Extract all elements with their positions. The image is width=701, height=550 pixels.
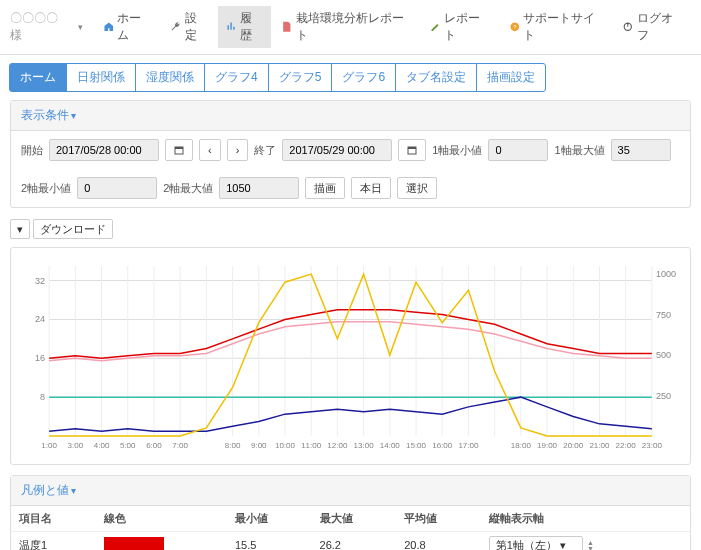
svg-text:5:00: 5:00	[120, 441, 136, 450]
document-icon	[281, 21, 293, 33]
download-row: ▾ ダウンロード	[0, 216, 701, 243]
legend-panel: 凡例と値 項目名 線色 最小値 最大値 平均値 縦軸表示軸 温度115.526.…	[10, 475, 691, 550]
svg-text:1000: 1000	[656, 269, 676, 279]
svg-text:14:00: 14:00	[380, 441, 401, 450]
col-max: 最大値	[312, 506, 397, 532]
legend-header[interactable]: 凡例と値	[11, 476, 690, 506]
svg-text:19:00: 19:00	[537, 441, 558, 450]
tab-3[interactable]: グラフ4	[204, 63, 269, 92]
logoff-icon	[622, 21, 634, 33]
nav-settings[interactable]: 設定	[162, 6, 216, 48]
nav-home[interactable]: ホーム	[95, 6, 160, 48]
help-icon: ?	[509, 21, 521, 33]
svg-text:8:00: 8:00	[225, 441, 241, 450]
tab-6[interactable]: タブ名設定	[395, 63, 477, 92]
y1min-input[interactable]	[488, 139, 548, 161]
svg-text:13:00: 13:00	[354, 441, 375, 450]
nav-logoff[interactable]: ログオフ	[614, 6, 691, 48]
select-button[interactable]: 選択	[397, 177, 437, 199]
col-axis: 縦軸表示軸	[481, 506, 690, 532]
svg-rect-5	[175, 147, 183, 149]
start-label: 開始	[21, 143, 43, 158]
svg-text:20:00: 20:00	[563, 441, 584, 450]
user-dropdown-caret[interactable]: ▾	[78, 22, 83, 32]
svg-text:32: 32	[35, 276, 45, 286]
sub-tabs: ホーム日射関係湿度関係グラフ4グラフ5グラフ6タブ名設定描画設定	[0, 55, 701, 92]
pencil-icon	[430, 21, 442, 33]
svg-text:16: 16	[35, 353, 45, 363]
line-chart[interactable]: 816243225050075010001:003:004:005:006:00…	[19, 256, 682, 456]
home-icon	[103, 21, 115, 33]
svg-text:12:00: 12:00	[327, 441, 348, 450]
chart-icon	[226, 21, 238, 33]
svg-text:11:00: 11:00	[301, 441, 322, 450]
tab-4[interactable]: グラフ5	[268, 63, 333, 92]
chart-container: 816243225050075010001:003:004:005:006:00…	[10, 247, 691, 465]
y2max-input[interactable]	[219, 177, 299, 199]
nav-history[interactable]: 履歴	[218, 6, 272, 48]
tab-0[interactable]: ホーム	[9, 63, 67, 92]
legend-table: 項目名 線色 最小値 最大値 平均値 縦軸表示軸 温度115.526.220.8…	[11, 506, 690, 550]
conditions-header[interactable]: 表示条件	[11, 101, 690, 131]
y1max-label: 1軸最大値	[554, 143, 604, 158]
nav-env-report[interactable]: 栽培環境分析レポート	[273, 6, 419, 48]
axis-select[interactable]: 第1軸（左） ▾	[489, 536, 583, 551]
sort-icon[interactable]: ▲▼	[587, 540, 594, 550]
col-avg: 平均値	[396, 506, 481, 532]
svg-text:3:00: 3:00	[68, 441, 84, 450]
draw-button[interactable]: 描画	[305, 177, 345, 199]
svg-text:750: 750	[656, 310, 671, 320]
next-button[interactable]: ›	[227, 139, 249, 161]
start-input[interactable]	[49, 139, 159, 161]
svg-text:4:00: 4:00	[94, 441, 110, 450]
col-color: 線色	[96, 506, 227, 532]
svg-text:16:00: 16:00	[432, 441, 453, 450]
conditions-panel: 表示条件 開始 ‹ › 終了 1軸最小値 1軸最大値 2軸最小値 2軸最大値 描…	[10, 100, 691, 208]
svg-text:22:00: 22:00	[616, 441, 637, 450]
y2max-label: 2軸最大値	[163, 181, 213, 196]
tab-7[interactable]: 描画設定	[476, 63, 546, 92]
y1max-input[interactable]	[611, 139, 671, 161]
svg-text:18:00: 18:00	[511, 441, 532, 450]
tab-2[interactable]: 湿度関係	[135, 63, 205, 92]
table-row: 温度115.526.220.8第1軸（左） ▾▲▼	[11, 532, 690, 551]
today-button[interactable]: 本日	[351, 177, 391, 199]
y2min-label: 2軸最小値	[21, 181, 71, 196]
nav-report[interactable]: レポート	[422, 6, 499, 48]
y2min-input[interactable]	[77, 177, 157, 199]
svg-text:24: 24	[35, 314, 45, 324]
svg-text:500: 500	[656, 350, 671, 360]
y1min-label: 1軸最小値	[432, 143, 482, 158]
svg-text:8: 8	[40, 392, 45, 402]
tab-5[interactable]: グラフ6	[331, 63, 396, 92]
prev-button[interactable]: ‹	[199, 139, 221, 161]
svg-text:250: 250	[656, 391, 671, 401]
wrench-icon	[170, 21, 182, 33]
svg-text:1:00: 1:00	[41, 441, 57, 450]
tab-1[interactable]: 日射関係	[66, 63, 136, 92]
col-name: 項目名	[11, 506, 96, 532]
user-label: 〇〇〇〇様	[10, 10, 68, 44]
color-swatch	[104, 537, 164, 550]
col-min: 最小値	[227, 506, 312, 532]
nav-support[interactable]: ?サポートサイト	[501, 6, 613, 48]
calendar-button[interactable]	[165, 139, 193, 161]
svg-text:?: ?	[513, 24, 516, 30]
svg-text:15:00: 15:00	[406, 441, 427, 450]
svg-text:7:00: 7:00	[172, 441, 188, 450]
svg-text:21:00: 21:00	[589, 441, 610, 450]
calendar-button-2[interactable]	[398, 139, 426, 161]
top-navbar: 〇〇〇〇様 ▾ ホーム 設定 履歴 栽培環境分析レポート レポート ?サポートサ…	[0, 0, 701, 55]
svg-text:9:00: 9:00	[251, 441, 267, 450]
svg-text:10:00: 10:00	[275, 441, 296, 450]
end-input[interactable]	[282, 139, 392, 161]
svg-rect-3	[627, 22, 628, 26]
download-button[interactable]: ダウンロード	[33, 219, 113, 239]
download-caret-button[interactable]: ▾	[10, 219, 30, 239]
svg-text:23:00: 23:00	[642, 441, 663, 450]
svg-rect-7	[408, 147, 416, 149]
svg-text:17:00: 17:00	[458, 441, 479, 450]
svg-text:6:00: 6:00	[146, 441, 162, 450]
end-label: 終了	[254, 143, 276, 158]
